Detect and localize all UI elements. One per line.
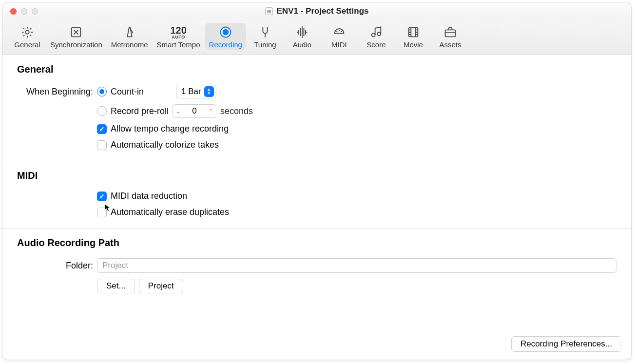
radio-count-in[interactable] [97, 87, 107, 96]
record-icon [217, 25, 234, 39]
preroll-unit: seconds [220, 106, 253, 116]
svg-point-5 [339, 30, 340, 31]
count-in-select[interactable]: 1 Bar ▲▼ [176, 85, 216, 98]
chevron-down-icon[interactable]: ⌄ [176, 108, 180, 115]
tab-label: MIDI [331, 40, 347, 49]
tab-label: Audio [293, 40, 311, 49]
tempo-number: 120 [170, 25, 186, 35]
allow-tempo-label: Allow tempo change recording [111, 124, 229, 134]
checkbox-auto-erase-duplicates[interactable] [97, 208, 107, 217]
svg-point-3 [223, 30, 228, 35]
svg-point-4 [336, 31, 337, 32]
tab-movie[interactable]: Movie [395, 23, 431, 50]
checkbox-midi-data-reduction[interactable] [97, 192, 107, 201]
tab-label: Recording [209, 40, 242, 49]
svg-point-8 [377, 32, 381, 36]
tab-label: Synchronization [50, 40, 102, 49]
window-title: ⊞ ENV1 - Project Settings [2, 6, 631, 16]
tab-label: Movie [404, 40, 423, 49]
chevron-up-down-icon: ▲▼ [204, 86, 214, 97]
tab-smart-tempo[interactable]: 120 AUTO Smart Tempo [153, 23, 204, 50]
zoom-icon[interactable] [32, 8, 38, 15]
tab-label: Metronome [111, 40, 148, 49]
music-notes-icon [367, 25, 385, 39]
section-general: General When Beginning: Count-in 1 Bar ▲… [2, 55, 631, 161]
tab-audio[interactable]: Audio [284, 23, 320, 50]
section-midi: MIDI MIDI data reduction Automatically e… [2, 161, 631, 228]
midi-data-reduction-label: MIDI data reduction [111, 191, 187, 201]
tab-synchronization[interactable]: Synchronization [46, 23, 106, 50]
section-title-audio-path: Audio Recording Path [17, 237, 616, 249]
tab-general[interactable]: General [9, 23, 45, 50]
gear-icon [19, 25, 36, 39]
section-title-midi: MIDI [17, 170, 616, 181]
window-controls [2, 8, 38, 15]
count-in-label: Count-in [111, 87, 144, 97]
metronome-icon [121, 25, 138, 39]
preroll-value: 0 [187, 106, 202, 116]
checkbox-allow-tempo-change[interactable] [97, 124, 107, 134]
set-button-label: Set... [106, 281, 126, 291]
content-area: General When Beginning: Count-in 1 Bar ▲… [2, 55, 631, 360]
svg-point-7 [372, 33, 375, 37]
recording-preferences-button[interactable]: Recording Preferences... [511, 336, 621, 352]
project-folder-button[interactable]: Project [139, 279, 183, 293]
tab-label: Assets [439, 40, 461, 49]
project-settings-window: ⊞ ENV1 - Project Settings General Synchr… [2, 2, 632, 360]
svg-rect-10 [445, 30, 455, 37]
waveform-icon [293, 25, 311, 39]
toolbar: General Synchronization Metronome 120 AU… [2, 20, 631, 55]
chevron-up-icon[interactable]: ⌃ [209, 108, 213, 115]
count-in-value: 1 Bar [181, 87, 201, 96]
folder-path-input[interactable] [97, 258, 616, 273]
radio-record-preroll[interactable] [97, 106, 107, 116]
section-audio-recording-path: Audio Recording Path Folder: Set... Proj… [2, 228, 631, 308]
set-folder-button[interactable]: Set... [97, 279, 135, 293]
auto-colorize-label: Automatically colorize takes [111, 140, 219, 150]
tab-label: Smart Tempo [157, 40, 200, 49]
tab-tuning[interactable]: Tuning [247, 23, 283, 50]
window-title-text: ENV1 - Project Settings [277, 6, 369, 16]
tab-assets[interactable]: Assets [432, 23, 468, 50]
erase-dupes-label: Automatically erase duplicates [111, 207, 229, 217]
svg-point-6 [341, 31, 342, 32]
film-icon [404, 25, 422, 39]
tab-metronome[interactable]: Metronome [107, 23, 152, 50]
tab-label: Tuning [254, 40, 276, 49]
tuning-fork-icon [256, 25, 274, 39]
midi-port-icon [330, 25, 348, 39]
preroll-label: Record pre-roll [111, 106, 169, 116]
titlebar: ⊞ ENV1 - Project Settings [2, 2, 631, 20]
when-beginning-label: When Beginning: [17, 87, 97, 97]
tab-label: Score [366, 40, 385, 49]
preroll-stepper[interactable]: ⌄ 0 ⌃ [173, 104, 216, 118]
tab-score[interactable]: Score [358, 23, 394, 50]
checkbox-auto-colorize-takes[interactable] [97, 140, 107, 150]
document-icon: ⊞ [265, 7, 273, 15]
close-icon[interactable] [10, 8, 17, 15]
tab-midi[interactable]: MIDI [321, 23, 357, 50]
project-button-label: Project [148, 281, 174, 291]
tab-recording[interactable]: Recording [205, 23, 246, 50]
recording-preferences-label: Recording Preferences... [520, 339, 612, 348]
smart-tempo-icon: 120 AUTO [170, 25, 187, 39]
svg-point-0 [25, 30, 29, 34]
folder-label: Folder: [17, 261, 97, 271]
tempo-auto: AUTO [170, 35, 186, 39]
sync-icon [67, 25, 85, 39]
tab-label: General [14, 40, 40, 49]
briefcase-icon [442, 25, 459, 39]
minimize-icon[interactable] [21, 8, 27, 15]
section-title-general: General [17, 64, 616, 75]
